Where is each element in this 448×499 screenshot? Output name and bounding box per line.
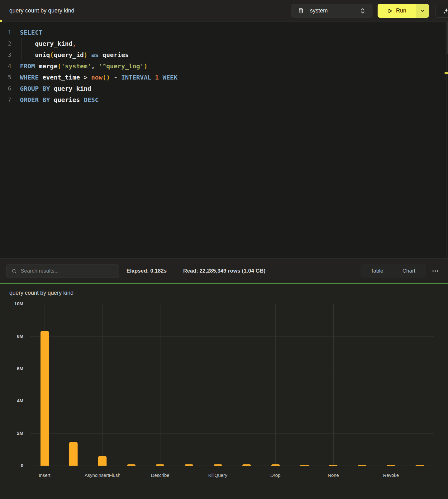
- scrollbar-slider[interactable]: [446, 22, 448, 54]
- line-number: 1: [0, 27, 14, 38]
- bar: [329, 465, 337, 466]
- y-axis-label: 4M: [4, 398, 23, 403]
- h-gridline: [30, 369, 434, 369]
- chart-title: query count by query kind: [9, 290, 74, 296]
- bar: [41, 331, 49, 466]
- code-line[interactable]: 6GROUP BY query_kind: [0, 83, 436, 94]
- database-selector[interactable]: system: [291, 4, 373, 18]
- chart-view-button[interactable]: Chart: [393, 265, 425, 277]
- code-line[interactable]: 7ORDER BY queries DESC: [0, 94, 436, 105]
- h-gridline: [30, 336, 434, 337]
- sql-console-window: query count by query kind system: [0, 0, 448, 499]
- line-number: 5: [0, 72, 14, 83]
- y-axis-label: 2M: [4, 430, 23, 436]
- code-lines: 1SELECT2 query_kind,3 uniq(query_id) as …: [0, 27, 436, 105]
- elapsed-stat: Elapsed: 0.182s: [126, 259, 167, 283]
- code-line[interactable]: 2 query_kind,: [0, 38, 436, 49]
- top-bar: query count by query kind system: [0, 0, 448, 22]
- v-gridline: [391, 304, 391, 466]
- database-selector-value: system: [310, 7, 328, 14]
- y-axis-label: 10M: [4, 301, 23, 306]
- bar: [416, 465, 424, 466]
- x-axis-label: KillQuery: [191, 472, 244, 478]
- bar: [185, 464, 193, 466]
- view-toggle: Table Chart: [360, 264, 426, 278]
- query-title: query count by query kind: [9, 0, 74, 22]
- unfold-chevrons-icon: [360, 8, 365, 14]
- y-axis-label: 0: [4, 463, 23, 468]
- v-gridline: [333, 304, 334, 466]
- bar: [300, 465, 309, 466]
- left-edge-yellow-marker: [0, 20, 2, 22]
- bar: [242, 464, 251, 466]
- x-axis-label: Insert: [18, 472, 71, 478]
- table-view-button[interactable]: Table: [361, 265, 393, 277]
- v-gridline: [160, 304, 160, 466]
- x-axis-label: None: [307, 472, 360, 478]
- h-gridline: [30, 433, 434, 434]
- ellipsis-icon: [432, 270, 434, 272]
- read-rows-stat: Read: 22,285,349 rows (1.04 GB): [183, 259, 265, 283]
- ai-assistant-button[interactable]: [436, 4, 448, 18]
- line-number: 4: [0, 61, 14, 72]
- bar: [358, 465, 366, 466]
- bar: [156, 464, 164, 466]
- sql-editor[interactable]: 1SELECT2 query_kind,3 uniq(query_id) as …: [0, 22, 448, 258]
- code-line[interactable]: 5WHERE event_time > now() - INTERVAL 1 W…: [0, 72, 436, 83]
- search-results-input[interactable]: [21, 268, 116, 274]
- line-number: 7: [0, 94, 14, 105]
- line-number: 3: [0, 49, 14, 61]
- run-button-label: Run: [396, 7, 406, 14]
- bar: [69, 442, 78, 466]
- v-gridline: [218, 304, 218, 466]
- bar: [214, 464, 222, 466]
- chart-panel: query count by query kind 02M4M6M8M10MIn…: [0, 284, 448, 499]
- v-gridline: [275, 304, 276, 466]
- run-button[interactable]: Run: [378, 4, 416, 18]
- results-toolbar: Elapsed: 0.182s Read: 22,285,349 rows (1…: [0, 258, 448, 283]
- h-gridline: [30, 304, 434, 304]
- database-icon: [298, 8, 304, 14]
- line-number: 2: [0, 38, 14, 49]
- x-axis-label: Revoke: [365, 472, 417, 478]
- line-number: 6: [0, 83, 14, 94]
- editor-scrollbar[interactable]: [446, 22, 448, 258]
- y-axis-label: 6M: [4, 366, 23, 371]
- bar: [271, 464, 280, 466]
- sparkle-ai-icon: [436, 7, 448, 14]
- bar: [98, 456, 107, 466]
- search-results-box: [6, 264, 119, 278]
- bar: [387, 465, 395, 466]
- code-line[interactable]: 1SELECT: [0, 27, 436, 38]
- code-line[interactable]: 3 uniq(query_id) as queries: [0, 49, 436, 61]
- h-gridline: [30, 401, 434, 401]
- x-axis-label: Drop: [249, 472, 302, 478]
- code-line[interactable]: 4FROM merge('system', '^query_log'): [0, 61, 436, 72]
- x-axis-label: AsyncInsertFlush: [76, 472, 129, 478]
- run-split-button: Run: [378, 4, 429, 18]
- chevron-down-icon: [420, 9, 425, 13]
- y-axis-label: 8M: [4, 333, 23, 339]
- x-axis-label: Describe: [134, 472, 187, 478]
- bar: [127, 464, 136, 466]
- search-icon: [12, 269, 17, 274]
- play-icon: [387, 8, 393, 14]
- more-options-button[interactable]: [430, 267, 441, 275]
- v-gridline: [102, 304, 103, 466]
- x-axis-line: [30, 466, 434, 466]
- run-options-caret[interactable]: [416, 4, 429, 18]
- overview-ruler-marker: [445, 72, 448, 74]
